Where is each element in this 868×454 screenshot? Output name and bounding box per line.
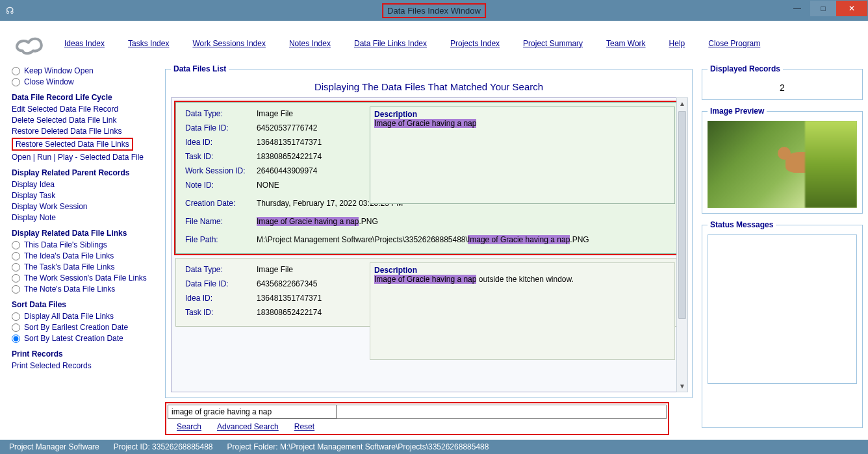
- menu-notes-index[interactable]: Notes Index: [289, 39, 331, 48]
- footer-project-id-label: Project ID:: [114, 442, 150, 451]
- status-bar: Project Manager Software Project ID: 335…: [0, 440, 868, 454]
- preview-foliage: [805, 121, 857, 208]
- status-messages-panel: Status Messages: [702, 220, 863, 428]
- link-delete-selected[interactable]: Delete Selected Data File Link: [12, 116, 116, 125]
- lbl-task-id: Task ID:: [185, 152, 249, 161]
- menu-close-program[interactable]: Close Program: [708, 39, 760, 48]
- legend-displayed-records: Displayed Records: [708, 64, 783, 73]
- scroll-thumb[interactable]: [678, 111, 686, 319]
- label-keep-window-open: Keep Window Open: [24, 66, 94, 75]
- minimize-button[interactable]: ―: [784, 1, 810, 16]
- menu-work-sessions-index[interactable]: Work Sessions Index: [192, 39, 266, 48]
- label-ws-dfl: The Work Session's Data File Links: [24, 273, 147, 283]
- link-restore-deleted[interactable]: Restore Deleted Data File Links: [12, 127, 121, 136]
- lbl-task-id: Task ID:: [185, 308, 249, 317]
- advanced-search-button[interactable]: Advanced Search: [217, 422, 279, 431]
- search-input-extension: [337, 405, 667, 419]
- record-item[interactable]: Data Type:Image File Data File ID:645205…: [175, 102, 682, 254]
- scroll-up-icon[interactable]: ▲: [677, 98, 687, 109]
- displayed-records-panel: Displayed Records 2: [702, 64, 863, 100]
- radio-idea-dfl[interactable]: [12, 252, 20, 260]
- label-sort-latest: Sort By Latest Creation Date: [24, 334, 123, 343]
- val-task-id: 183808652422174: [257, 308, 322, 317]
- val-idea-id: 136481351747371: [257, 138, 322, 147]
- val-data-type: Image File: [257, 109, 293, 118]
- val-description: Image of Gracie having a nap outside the…: [374, 275, 670, 284]
- link-print-selected[interactable]: Print Selected Records: [12, 361, 92, 370]
- radio-sort-earliest[interactable]: [12, 323, 20, 332]
- val-idea-id: 136481351747371: [257, 294, 322, 303]
- radio-display-all[interactable]: [12, 312, 20, 321]
- menu-ideas-index[interactable]: Ideas Index: [64, 39, 105, 48]
- link-display-idea[interactable]: Display Idea: [12, 180, 55, 189]
- val-file-name: Image of Gracie having a nap.PNG: [257, 217, 378, 226]
- scroll-down-icon[interactable]: ▼: [677, 381, 687, 392]
- val-file-path: M:\Project Management Software\Projects\…: [257, 235, 589, 244]
- heading-sort: Sort Data Files: [12, 300, 156, 309]
- image-preview-panel: Image Preview: [702, 107, 863, 214]
- radio-ws-dfl[interactable]: [12, 274, 20, 283]
- val-note-id: NONE: [257, 181, 279, 190]
- sidebar: Keep Window Open Close Window Data File …: [12, 64, 156, 428]
- lbl-file-path: File Path:: [185, 235, 249, 244]
- description-box: Description Image of Gracie having a nap…: [370, 262, 675, 360]
- top-menu: Ideas Index Tasks Index Work Sessions In…: [0, 21, 868, 62]
- link-edit-selected[interactable]: Edit Selected Data File Record: [12, 105, 118, 114]
- search-button[interactable]: Search: [177, 422, 201, 431]
- link-restore-selected[interactable]: Restore Selected Data File Links: [16, 140, 129, 149]
- menu-team-work[interactable]: Team Work: [606, 39, 645, 48]
- link-display-task[interactable]: Display Task: [12, 191, 55, 200]
- label-siblings: This Data File's Siblings: [24, 240, 107, 249]
- lbl-description: Description: [374, 110, 670, 119]
- link-display-work-session[interactable]: Display Work Session: [12, 202, 87, 211]
- link-display-note[interactable]: Display Note: [12, 213, 56, 222]
- lbl-creation-date: Creation Date:: [185, 199, 249, 208]
- app-icon: ☊: [6, 5, 20, 16]
- lbl-data-type: Data Type:: [185, 109, 249, 118]
- heading-lifecycle: Data File Record Life Cycle: [12, 93, 156, 102]
- displayed-records-count: 2: [708, 79, 857, 94]
- close-button[interactable]: ✕: [836, 1, 867, 16]
- radio-keep-window-open[interactable]: [12, 67, 20, 75]
- reset-button[interactable]: Reset: [294, 422, 314, 431]
- radio-close-window[interactable]: [12, 78, 20, 86]
- val-task-id: 183808652422174: [257, 152, 322, 161]
- radio-siblings[interactable]: [12, 241, 20, 249]
- title-bar: ☊ Data Files Index Window ― □ ✕: [0, 0, 868, 21]
- image-preview: [708, 121, 857, 208]
- label-task-dfl: The Task's Data File Links: [24, 262, 114, 271]
- app-logo: [12, 29, 47, 58]
- label-note-dfl: The Note's Data File Links: [24, 284, 115, 294]
- menu-help[interactable]: Help: [669, 39, 685, 48]
- link-open-run-play[interactable]: Open | Run | Play - Selected Data File: [12, 153, 144, 162]
- menu-project-summary[interactable]: Project Summary: [523, 39, 583, 48]
- search-input[interactable]: [168, 405, 337, 419]
- footer-app-name: Project Manager Software: [9, 442, 99, 451]
- legend-data-files-list: Data Files List: [171, 64, 229, 73]
- maximize-button[interactable]: □: [810, 1, 836, 16]
- footer-project-folder-label: Project Folder:: [227, 442, 278, 451]
- lbl-idea-id: Idea ID:: [185, 294, 249, 303]
- val-description: Image of Gracie having a nap: [374, 119, 670, 128]
- lbl-file-name: File Name:: [185, 217, 249, 226]
- legend-image-preview: Image Preview: [708, 107, 767, 116]
- radio-sort-latest[interactable]: [12, 334, 20, 343]
- status-messages-body: [708, 234, 857, 384]
- records-container: Data Type:Image File Data File ID:645205…: [171, 97, 687, 392]
- vertical-scrollbar[interactable]: ▲ ▼: [676, 97, 688, 392]
- heading-print: Print Records: [12, 349, 156, 359]
- label-sort-earliest: Sort By Earilest Creation Date: [24, 323, 128, 332]
- menu-projects-index[interactable]: Projects Index: [450, 39, 500, 48]
- radio-task-dfl[interactable]: [12, 263, 20, 271]
- radio-note-dfl[interactable]: [12, 285, 20, 294]
- menu-data-file-links-index[interactable]: Data File Links Index: [354, 39, 427, 48]
- record-item[interactable]: Data Type:Image File Data File ID:643568…: [175, 258, 682, 327]
- val-data-type: Image File: [257, 265, 293, 274]
- menu-tasks-index[interactable]: Tasks Index: [128, 39, 169, 48]
- window-title: Data Files Index Window: [382, 3, 486, 18]
- legend-status-messages: Status Messages: [708, 220, 776, 229]
- label-close-window: Close Window: [24, 77, 74, 86]
- lbl-note-id: Note ID:: [185, 181, 249, 190]
- lbl-idea-id: Idea ID:: [185, 138, 249, 147]
- lbl-data-file-id: Data File ID:: [185, 123, 249, 132]
